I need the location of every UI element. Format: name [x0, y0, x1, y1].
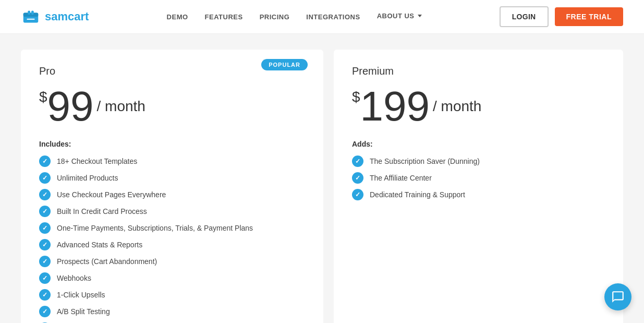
- premium-plan-card: Premium $ 199 / month Adds: ✓ The Subscr…: [334, 50, 623, 323]
- list-item: ✓ Advanced Stats & Reports: [39, 239, 305, 250]
- premium-price-period: / month: [433, 99, 481, 114]
- check-icon: ✓: [39, 222, 51, 234]
- list-item: ✓ Built In Credit Card Process: [39, 206, 305, 217]
- nav-integrations[interactable]: INTEGRATIONS: [306, 13, 360, 21]
- login-button[interactable]: LOGIN: [500, 6, 549, 27]
- premium-price-amount: 199: [360, 86, 430, 127]
- pro-plan-card: POPULAR Pro $ 99 / month Includes: ✓ 18+…: [21, 50, 323, 323]
- svg-rect-2: [28, 11, 30, 15]
- nav-actions: LOGIN FREE TRIAL: [500, 6, 623, 27]
- list-item: ✓ Webhooks: [39, 272, 305, 284]
- premium-adds-label: Adds:: [352, 140, 605, 148]
- premium-plan-name: Premium: [352, 65, 605, 77]
- check-icon: ✓: [39, 239, 51, 250]
- list-item: ✓ The Subscription Saver (Dunning): [352, 155, 605, 167]
- check-icon: ✓: [352, 172, 363, 184]
- list-item: ✓ Unlimited Products: [39, 172, 305, 184]
- nav-features[interactable]: FEATURES: [205, 13, 243, 21]
- free-trial-button[interactable]: FREE TRIAL: [555, 7, 623, 26]
- list-item: ✓ The Affiliate Center: [352, 172, 605, 184]
- nav-demo[interactable]: DEMO: [167, 13, 188, 21]
- check-icon: ✓: [39, 256, 51, 267]
- chat-icon: [611, 290, 625, 304]
- list-item: ✓ Dedicated Training & Support: [352, 189, 605, 200]
- premium-price-dollar: $: [352, 90, 360, 104]
- check-icon: ✓: [39, 289, 51, 301]
- check-icon: ✓: [39, 206, 51, 217]
- list-item: ✓ Prospects (Cart Abandonment): [39, 256, 305, 267]
- pro-price-dollar: $: [39, 90, 47, 104]
- list-item: ✓ 1-Click Upsells: [39, 289, 305, 301]
- chevron-down-icon: [418, 15, 422, 17]
- list-item: ✓ 18+ Checkout Templates: [39, 155, 305, 167]
- list-item: ✓ A/B Split Testing: [39, 306, 305, 317]
- pro-price-amount: 99: [47, 86, 94, 127]
- pro-feature-list: ✓ 18+ Checkout Templates ✓ Unlimited Pro…: [39, 155, 305, 323]
- pro-includes-label: Includes:: [39, 140, 305, 148]
- check-icon: ✓: [39, 155, 51, 167]
- popular-badge: POPULAR: [261, 59, 308, 70]
- logo-text: samcart: [45, 10, 89, 23]
- nav-pricing[interactable]: PRICING: [260, 13, 290, 21]
- list-item: ✓ Use Checkout Pages Everywhere: [39, 189, 305, 200]
- chat-button[interactable]: [604, 283, 631, 310]
- check-icon: ✓: [352, 189, 363, 200]
- nav-links: DEMO FEATURES PRICING INTEGRATIONS ABOUT…: [167, 12, 422, 21]
- pro-price-period: / month: [97, 99, 145, 114]
- list-item: ✓ One-Time Payments, Subscriptions, Tria…: [39, 222, 305, 234]
- pro-price-display: $ 99 / month: [39, 86, 305, 127]
- svg-rect-1: [23, 13, 39, 17]
- navbar: samcart DEMO FEATURES PRICING INTEGRATIO…: [0, 0, 644, 34]
- logo-link[interactable]: samcart: [21, 7, 89, 27]
- logo-icon: [21, 7, 41, 27]
- check-icon: ✓: [39, 272, 51, 284]
- pricing-section: POPULAR Pro $ 99 / month Includes: ✓ 18+…: [0, 34, 644, 323]
- premium-feature-list: ✓ The Subscription Saver (Dunning) ✓ The…: [352, 155, 605, 200]
- svg-rect-3: [31, 11, 34, 15]
- check-icon: ✓: [39, 172, 51, 184]
- check-icon: ✓: [39, 189, 51, 200]
- check-icon: ✓: [39, 306, 51, 317]
- check-icon: ✓: [352, 155, 363, 167]
- premium-price-display: $ 199 / month: [352, 86, 605, 127]
- nav-about[interactable]: ABOUT US: [377, 12, 422, 20]
